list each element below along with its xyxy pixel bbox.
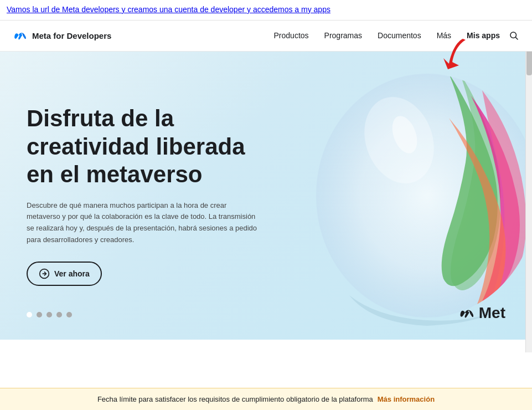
- meta-brand-icon: [459, 308, 477, 319]
- nav-link-mas[interactable]: Más: [437, 31, 451, 40]
- hero-section: Disfruta de la creatividad liberada en e…: [0, 52, 532, 340]
- navbar: Meta for Developers Productos Programas …: [0, 20, 532, 52]
- hero-sphere-illustration: [294, 63, 526, 329]
- nav-item-documentos[interactable]: Documentos: [378, 30, 421, 40]
- nav-item-programas[interactable]: Programas: [324, 30, 362, 40]
- nav-item-productos[interactable]: Productos: [274, 30, 309, 40]
- nav-item-mas[interactable]: Más: [437, 30, 451, 40]
- scrollbar[interactable]: [525, 31, 532, 352]
- navbar-logo[interactable]: Meta for Developers: [13, 30, 111, 40]
- arrow-right-circle-icon: [39, 268, 50, 279]
- hero-cta-label: Ver ahora: [54, 269, 90, 278]
- annotation-text: Vamos la url de Meta developers y creamo…: [7, 5, 330, 14]
- hero-brand: Met: [459, 304, 505, 322]
- svg-line-1: [515, 37, 518, 39]
- navbar-nav: Productos Programas Documentos Más Mis a…: [274, 30, 500, 40]
- compliance-banner: Fecha límite para satisfacer los requisi…: [0, 388, 532, 410]
- meta-logo-icon: [13, 30, 29, 40]
- nav-item-mis-apps[interactable]: Mis apps: [467, 30, 500, 40]
- compliance-text: Fecha límite para satisfacer los requisi…: [97, 395, 373, 403]
- nav-link-documentos[interactable]: Documentos: [378, 31, 421, 40]
- annotation-bar: Vamos la url de Meta developers y creamo…: [0, 0, 532, 20]
- search-button[interactable]: [509, 30, 519, 40]
- nav-link-mis-apps[interactable]: Mis apps: [467, 31, 500, 40]
- navbar-logo-text: Meta for Developers: [32, 31, 111, 40]
- hero-title: Disfruta de la creatividad liberada en e…: [27, 105, 261, 188]
- hero-content: Disfruta de la creatividad liberada en e…: [0, 71, 288, 319]
- hero-subtitle: Descubre de qué manera muchos participan…: [27, 200, 259, 246]
- hero-image: [277, 52, 532, 340]
- hero-brand-text: Met: [479, 304, 505, 322]
- compliance-link[interactable]: Más información: [378, 395, 435, 403]
- nav-link-productos[interactable]: Productos: [274, 31, 309, 40]
- search-icon: [509, 30, 519, 40]
- svg-point-0: [510, 32, 516, 38]
- hero-cta-button[interactable]: Ver ahora: [27, 262, 102, 286]
- nav-link-programas[interactable]: Programas: [324, 31, 362, 40]
